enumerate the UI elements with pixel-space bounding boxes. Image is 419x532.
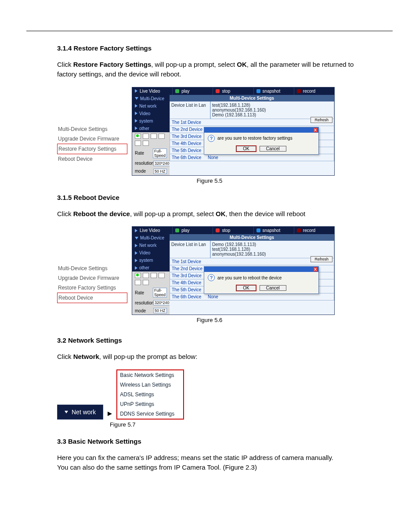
dialog-ok-button[interactable]: OK <box>236 146 256 152</box>
dialog-message: are you sure to restore factory settings <box>217 136 293 141</box>
app-window: Live Video play stop snapshot record Mul… <box>132 87 335 176</box>
menu-ddns[interactable]: DDNS Service Settings <box>117 409 183 419</box>
dialog-close-button[interactable]: X <box>313 128 318 132</box>
mode-select[interactable]: 50 HZ <box>153 169 167 174</box>
confirm-dialog: X ? are you sure to restore factory sett… <box>204 127 319 155</box>
heading-reboot-device: 3.1.5 Reboot Device <box>57 194 362 201</box>
chevron-right-icon <box>135 244 137 247</box>
arrow-right-icon <box>108 412 112 416</box>
menu-reboot-device[interactable]: Reboot Device <box>57 293 127 303</box>
layout-3-icon[interactable] <box>151 273 157 278</box>
chevron-down-icon <box>135 237 138 239</box>
question-icon: ? <box>208 135 215 142</box>
layout-1-icon[interactable] <box>135 273 141 278</box>
tab-record[interactable]: record <box>294 87 334 95</box>
menu-reboot-device[interactable]: Reboot Device <box>57 154 127 164</box>
dialog-cancel-button[interactable]: Cancel <box>260 285 286 291</box>
tab-snapshot[interactable]: snapshot <box>254 227 294 234</box>
app-topbar: Live Video play stop snapshot record <box>132 227 334 234</box>
dialog-ok-button[interactable]: OK <box>236 285 256 291</box>
layout-4-icon[interactable] <box>159 273 165 278</box>
side-system[interactable]: system <box>132 117 170 125</box>
menu-basic-network[interactable]: Basic Network Settings <box>117 370 183 380</box>
chevron-right-icon <box>135 266 137 270</box>
resolution-label: resolution <box>135 300 152 305</box>
side-multi-device[interactable]: Multi-Device <box>132 95 170 102</box>
side-network[interactable]: Net work <box>132 102 170 110</box>
side-other[interactable]: other <box>132 125 170 132</box>
side-other[interactable]: other <box>132 264 170 271</box>
rate-select[interactable]: Full-Speed <box>153 148 167 158</box>
dialog-close-button[interactable]: X <box>313 267 318 271</box>
layout-toggles[interactable] <box>132 132 170 147</box>
tab-live-video[interactable]: Live Video <box>132 87 173 95</box>
tab-stop[interactable]: stop <box>213 87 253 95</box>
mode-label: mode <box>135 308 152 313</box>
tab-record[interactable]: record <box>294 227 334 234</box>
layout-4-icon[interactable] <box>159 134 165 139</box>
menu-multi-device[interactable]: Multi-Device Settings <box>57 124 127 134</box>
rate-select[interactable]: Full-Speed <box>153 288 167 297</box>
app-sidebar: Multi-Device Net work Video system other <box>132 234 170 315</box>
chevron-down-icon <box>65 411 68 413</box>
layout-toggles[interactable] <box>132 271 170 286</box>
tab-stop[interactable]: stop <box>213 227 253 234</box>
refresh-button[interactable]: Refresh <box>311 117 332 123</box>
app-sidebar: Multi-Device Net work Video system other <box>132 95 170 175</box>
layout-3-icon[interactable] <box>151 134 157 139</box>
chevron-right-icon <box>135 259 137 262</box>
confirm-dialog: X ? are you sure to reboot the device OK… <box>204 266 319 294</box>
device-list-label: Device List in Lan <box>170 101 210 119</box>
side-system[interactable]: system <box>132 257 170 264</box>
layout-1-icon[interactable] <box>135 134 141 139</box>
menu-upnp[interactable]: UPnP Settings <box>117 399 183 409</box>
device-slot-1[interactable]: The 1st Device <box>170 258 334 265</box>
tab-live-video[interactable]: Live Video <box>132 227 173 234</box>
layout-5-icon[interactable] <box>135 141 141 146</box>
rate-label: Rate <box>135 290 151 295</box>
layout-5-icon[interactable] <box>135 280 141 285</box>
resolution-select[interactable]: 320*240 <box>153 161 171 166</box>
resolution-select[interactable]: 320*240 <box>153 300 171 305</box>
network-menu-button[interactable]: Net work <box>57 405 103 420</box>
side-video[interactable]: Video <box>132 249 170 257</box>
content-title: Multi-Device Settings <box>170 95 334 101</box>
heading-network-settings: 3.2 Network Settings <box>57 337 362 344</box>
stop-icon <box>216 89 220 93</box>
menu-wireless-lan[interactable]: Wireless Lan Settings <box>117 380 183 390</box>
tab-play[interactable]: play <box>173 87 213 95</box>
heading-restore-factory: 3.1.4 Restore Factory Settings <box>57 44 362 52</box>
device-slot-6[interactable]: The 6th DeviceNone <box>170 154 334 161</box>
record-icon <box>297 228 301 232</box>
side-multi-device[interactable]: Multi-Device <box>132 234 170 242</box>
figure-caption-5-6: Figure 5.6 <box>57 317 362 323</box>
figure-caption-5-5: Figure 5.5 <box>57 177 362 184</box>
chevron-right-icon <box>135 112 137 115</box>
menu-upgrade-firmware[interactable]: Upgrade Device Firmware <box>57 273 127 283</box>
menu-restore-factory[interactable]: Restore Factory Settings <box>57 283 127 293</box>
tab-snapshot[interactable]: snapshot <box>254 87 294 95</box>
device-list-label: Device List in Lan <box>170 241 210 258</box>
layout-6-icon[interactable] <box>143 141 149 146</box>
layout-2-icon[interactable] <box>143 273 149 278</box>
layout-2-icon[interactable] <box>143 134 149 139</box>
menu-adsl[interactable]: ADSL Settings <box>117 390 183 399</box>
mode-select[interactable]: 50 HZ <box>153 308 167 313</box>
play-triangle-icon <box>135 229 137 232</box>
layout-6-icon[interactable] <box>143 280 149 285</box>
device-slot-1[interactable]: The 1st Device <box>170 119 334 126</box>
side-video[interactable]: Video <box>132 110 170 117</box>
refresh-button[interactable]: Refresh <box>311 256 332 262</box>
para-restore-factory: Click Restore Factory Settings, will pop… <box>57 60 362 79</box>
dialog-header: X <box>204 267 318 272</box>
device-slot-6[interactable]: The 6th DeviceNone <box>170 293 334 300</box>
tab-play[interactable]: play <box>173 227 213 234</box>
menu-upgrade-firmware[interactable]: Upgrade Device Firmware <box>57 134 127 144</box>
menu-restore-factory[interactable]: Restore Factory Settings <box>57 144 127 154</box>
record-icon <box>297 89 301 93</box>
device-list-servers: test(192.168.1.128) anonymous(192.168.1.… <box>210 101 334 119</box>
side-network[interactable]: Net work <box>132 242 170 249</box>
dialog-cancel-button[interactable]: Cancel <box>260 146 286 152</box>
figure-caption-5-7: Figure 5.7 <box>110 421 362 428</box>
menu-multi-device[interactable]: Multi-Device Settings <box>57 264 127 273</box>
